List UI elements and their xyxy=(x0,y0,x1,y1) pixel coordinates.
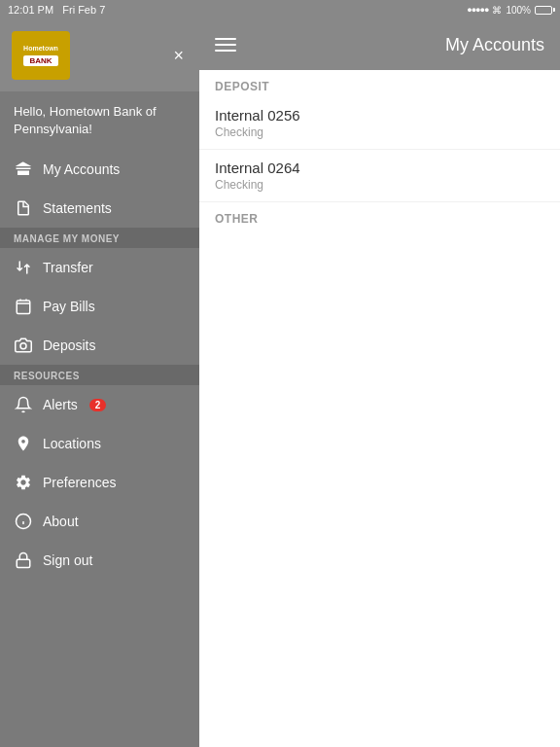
sidebar-section-label-manage: MANAGE MY MONEY xyxy=(0,228,199,248)
info-icon xyxy=(14,512,33,531)
status-date: Fri Feb 7 xyxy=(62,4,105,16)
account-type-0264: Checking xyxy=(215,178,544,192)
sidebar-item-label-statements: Statements xyxy=(43,200,112,216)
sidebar-item-transfer[interactable]: Transfer xyxy=(0,248,199,287)
calendar-icon xyxy=(14,297,33,316)
status-bar: 12:01 PM Fri Feb 7 ●●●●● ⌘ 100% xyxy=(0,0,560,19)
sidebar-item-label-locations: Locations xyxy=(43,436,101,451)
account-name-0264: Internal 0264 xyxy=(215,160,544,176)
page-title: My Accounts xyxy=(246,35,544,55)
alerts-badge: 2 xyxy=(89,399,107,411)
main-header: My Accounts xyxy=(199,19,560,70)
account-item-0256[interactable]: Internal 0256 Checking xyxy=(199,97,560,150)
app-container: Hometown BANK × Hello, Hometown Bank of … xyxy=(0,19,560,747)
sidebar-item-sign-out[interactable]: Sign out xyxy=(0,541,199,580)
sidebar-item-pay-bills[interactable]: Pay Bills xyxy=(0,287,199,326)
gear-icon xyxy=(14,473,33,492)
sidebar: Hometown BANK × Hello, Hometown Bank of … xyxy=(0,19,199,747)
bell-icon xyxy=(14,395,33,414)
close-sidebar-button[interactable]: × xyxy=(169,42,188,70)
sidebar-item-deposits[interactable]: Deposits xyxy=(0,326,199,365)
signal-icon: ●●●●● xyxy=(467,5,488,15)
hamburger-menu-button[interactable] xyxy=(215,38,236,52)
main-content: My Accounts DEPOSIT Internal 0256 Checki… xyxy=(199,19,560,747)
sidebar-item-alerts[interactable]: Alerts 2 xyxy=(0,385,199,424)
sidebar-section-label-resources: RESOURCES xyxy=(0,365,199,385)
status-indicators: ●●●●● ⌘ 100% xyxy=(467,5,552,16)
lock-icon xyxy=(14,551,33,570)
deposit-section-label: DEPOSIT xyxy=(199,70,560,97)
hamburger-line-3 xyxy=(215,50,236,52)
sidebar-item-about[interactable]: About xyxy=(0,502,199,541)
camera-icon xyxy=(14,336,33,355)
wifi-icon: ⌘ xyxy=(492,5,502,16)
logo-bank: BANK xyxy=(23,55,58,66)
hamburger-line-2 xyxy=(215,44,236,46)
account-name-0256: Internal 0256 xyxy=(215,107,544,124)
sidebar-item-label-sign-out: Sign out xyxy=(43,552,92,568)
app-logo: Hometown BANK xyxy=(12,31,70,80)
sidebar-header: Hometown BANK × xyxy=(0,19,199,91)
sidebar-item-locations[interactable]: Locations xyxy=(0,424,199,463)
sidebar-item-label-deposits: Deposits xyxy=(43,338,95,353)
sidebar-item-label-transfer: Transfer xyxy=(43,260,93,275)
sidebar-item-label-about: About xyxy=(43,514,79,529)
sidebar-greeting: Hello, Hometown Bank of Pennsylvania! xyxy=(0,91,199,150)
battery-percent: 100% xyxy=(506,5,531,16)
document-icon xyxy=(14,198,33,218)
status-time: 12:01 PM xyxy=(8,4,53,16)
bank-icon xyxy=(14,160,33,179)
svg-rect-4 xyxy=(17,560,30,568)
sidebar-item-label-alerts: Alerts xyxy=(43,397,78,412)
sidebar-item-label-pay-bills: Pay Bills xyxy=(43,299,95,314)
sidebar-item-label-my-accounts: My Accounts xyxy=(43,161,120,177)
account-item-0264[interactable]: Internal 0264 Checking xyxy=(199,150,560,202)
sidebar-item-preferences[interactable]: Preferences xyxy=(0,463,199,502)
svg-point-0 xyxy=(20,343,26,349)
accounts-list: DEPOSIT Internal 0256 Checking Internal … xyxy=(199,70,560,747)
transfer-icon xyxy=(14,258,33,277)
logo-hometown: Hometown xyxy=(23,45,58,53)
pin-icon xyxy=(14,434,33,453)
sidebar-item-statements[interactable]: Statements xyxy=(0,189,199,228)
battery-icon xyxy=(535,6,552,15)
hamburger-line-1 xyxy=(215,38,236,40)
status-time-date: 12:01 PM Fri Feb 7 xyxy=(8,4,105,16)
other-section-label: OTHER xyxy=(199,202,560,230)
sidebar-item-my-accounts[interactable]: My Accounts xyxy=(0,150,199,189)
account-type-0256: Checking xyxy=(215,125,544,139)
sidebar-item-label-preferences: Preferences xyxy=(43,475,116,490)
